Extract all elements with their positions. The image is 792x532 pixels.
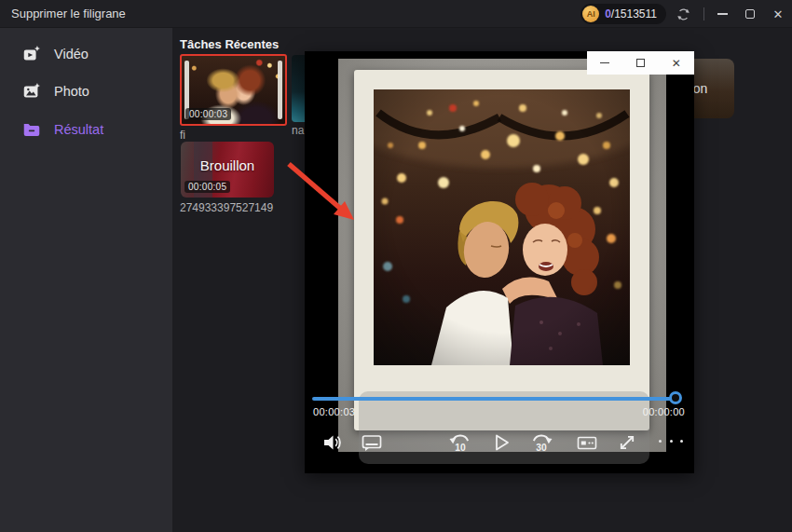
close-button[interactable]: ✕ [764, 0, 792, 28]
subtitle-icon[interactable] [358, 429, 386, 457]
task-thumbnail-draft[interactable]: Brouillon 00:00:05 [181, 142, 274, 198]
titlebar: Supprimer le filigrane AI 0 /1513511 ✕ [0, 0, 792, 28]
credits-total: /1513511 [611, 7, 657, 20]
maximize-button[interactable] [736, 0, 764, 28]
polaroid-frame [354, 70, 649, 430]
player-minimize-button[interactable] [587, 51, 622, 75]
folder-icon [20, 118, 43, 141]
titlebar-divider [703, 7, 704, 20]
duration-badge: 00:00:03 [185, 108, 231, 120]
forward-30-icon[interactable]: 30 [527, 429, 555, 457]
draft-label: Brouillon [181, 157, 274, 173]
sidebar-item-label: Résultat [54, 122, 103, 137]
app-window: Supprimer le filigrane AI 0 /1513511 ✕ [0, 0, 792, 532]
maximize-icon [745, 9, 755, 19]
task-filename: 274933397527149 [180, 201, 273, 214]
more-options-icon[interactable] [659, 440, 683, 443]
volume-icon[interactable] [318, 429, 346, 457]
sidebar-item-label: Photo [54, 84, 89, 99]
video-player-window: 00:00:03 00:00:00 [305, 51, 694, 473]
sidebar-item-photo[interactable]: Photo [0, 73, 172, 110]
sidebar-item-label: Vidéo [54, 47, 89, 61]
snapshot-icon[interactable] [573, 429, 601, 457]
credits-used: 0 [605, 7, 611, 20]
player-titlebar: ✕ [587, 51, 694, 75]
progress-handle[interactable] [669, 391, 682, 404]
rewind-10-icon[interactable]: 10 [446, 429, 474, 457]
fullscreen-icon[interactable] [613, 429, 641, 457]
sidebar: Vidéo Photo Résultat [0, 28, 172, 532]
refresh-icon[interactable] [672, 3, 694, 25]
minimize-icon [717, 13, 728, 15]
time-current: 00:00:03 [313, 406, 355, 417]
forward-seconds-label: 30 [536, 443, 547, 453]
progress-bar[interactable] [312, 397, 676, 401]
film-strip-bar [278, 61, 282, 119]
player-close-button[interactable]: ✕ [659, 51, 694, 75]
play-button[interactable] [487, 429, 515, 457]
player-maximize-button[interactable] [622, 51, 658, 75]
maximize-icon [636, 59, 645, 67]
rewind-seconds-label: 10 [455, 443, 466, 453]
section-title: Tâches Récentes [180, 37, 279, 51]
sidebar-item-result[interactable]: Résultat [0, 111, 172, 148]
video-frame-photo [374, 89, 630, 365]
time-end: 00:00:00 [643, 406, 685, 417]
task-filename: na [292, 124, 304, 137]
task-thumbnail-selected[interactable]: 00:00:03 [180, 54, 287, 126]
window-title: Supprimer le filigrane [11, 7, 126, 20]
task-filename: fi [180, 129, 185, 142]
main-area: Tâches Récentes 00:00:03 fi na Brouillon… [172, 28, 792, 532]
video-icon [20, 43, 43, 65]
sidebar-item-video[interactable]: Vidéo [0, 35, 172, 73]
duration-badge: 00:00:05 [184, 181, 230, 193]
photo-icon [20, 80, 43, 102]
minimize-button[interactable] [708, 0, 736, 28]
minimize-icon [600, 62, 609, 64]
ai-credits-badge[interactable]: AI 0 /1513511 [580, 4, 666, 24]
ai-coin-icon: AI [582, 6, 599, 22]
